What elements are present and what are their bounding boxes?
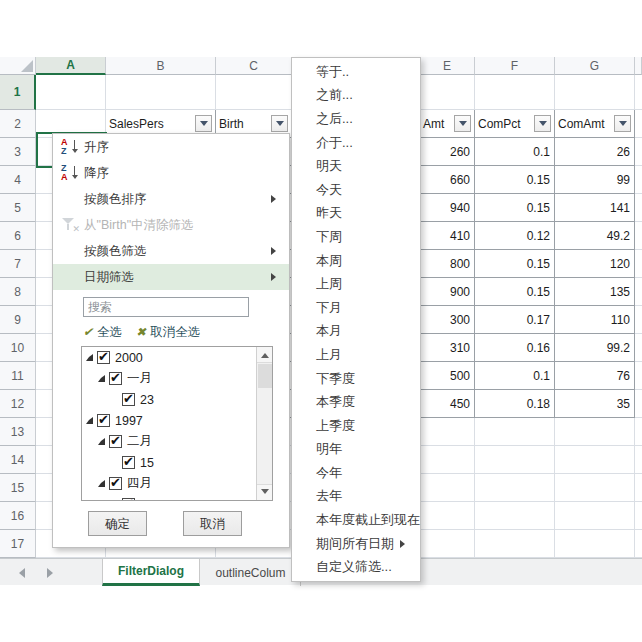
cell-G5[interactable]: 141 <box>555 194 635 222</box>
tree-item-四月[interactable]: 四月 <box>82 473 272 494</box>
cell-sliver[interactable] <box>635 222 642 250</box>
cell-G10[interactable]: 99.2 <box>555 334 635 362</box>
ok-button[interactable]: 确定 <box>88 511 147 536</box>
row-header-3[interactable]: 3 <box>0 138 36 166</box>
row-header-1[interactable]: 1 <box>0 75 36 110</box>
scroll-up-button[interactable] <box>257 347 273 363</box>
cell-G13[interactable] <box>555 418 635 446</box>
tree-scrollbar[interactable] <box>256 347 272 500</box>
column-header-A[interactable]: A <box>36 57 106 75</box>
tree-expand-icon[interactable] <box>86 417 93 424</box>
tree-checkbox[interactable] <box>109 435 122 448</box>
cell-G16[interactable] <box>555 502 635 530</box>
cell-B1[interactable] <box>106 75 216 110</box>
cell-E7[interactable]: 800 <box>420 250 475 278</box>
cell-sliver[interactable] <box>635 418 642 446</box>
tree-checkbox[interactable] <box>97 351 110 364</box>
search-input[interactable] <box>83 297 249 317</box>
scrollbar-thumb[interactable] <box>258 364 272 388</box>
cell-F16[interactable] <box>475 502 555 530</box>
cell-E10[interactable]: 310 <box>420 334 475 362</box>
date-filter-item-11[interactable]: 本月 <box>292 320 420 344</box>
tree-item-23[interactable]: 23 <box>82 389 272 410</box>
cell-E16[interactable] <box>420 502 475 530</box>
cell-F1[interactable] <box>475 75 555 110</box>
tree-item-二月[interactable]: 二月 <box>82 431 272 452</box>
date-filter-item-7[interactable]: 下周 <box>292 225 420 249</box>
column-header-sliver[interactable] <box>635 57 642 75</box>
date-filter-item-12[interactable]: 上月 <box>292 343 420 367</box>
scroll-down-button[interactable] <box>257 484 273 500</box>
cell-sliver[interactable] <box>635 110 642 138</box>
filter-menu-item-0[interactable]: AZ升序 <box>53 134 289 160</box>
cell-sliver[interactable] <box>635 138 642 166</box>
tree-checkbox[interactable] <box>97 414 110 427</box>
cell-F10[interactable]: 0.16 <box>475 334 555 362</box>
cell-E2[interactable]: Amt <box>420 110 475 138</box>
cell-F12[interactable]: 0.18 <box>475 390 555 418</box>
cell-G14[interactable] <box>555 446 635 474</box>
cancel-button[interactable]: 取消 <box>183 511 242 536</box>
date-filter-item-9[interactable]: 上周 <box>292 272 420 296</box>
row-header-5[interactable]: 5 <box>0 194 36 222</box>
row-header-12[interactable]: 12 <box>0 390 36 418</box>
cell-G4[interactable]: 99 <box>555 166 635 194</box>
date-filter-item-18[interactable]: 去年 <box>292 485 420 509</box>
cell-sliver[interactable] <box>635 334 642 362</box>
date-filter-item-21[interactable]: 自定义筛选... <box>292 555 420 579</box>
cell-E13[interactable] <box>420 418 475 446</box>
date-filter-item-16[interactable]: 明年 <box>292 438 420 462</box>
cell-F11[interactable]: 0.1 <box>475 362 555 390</box>
tree-expand-icon[interactable] <box>98 375 105 382</box>
cell-E14[interactable] <box>420 446 475 474</box>
cell-A1[interactable] <box>36 75 106 110</box>
filter-menu-item-2[interactable]: 按颜色排序 <box>53 186 289 212</box>
date-filter-item-15[interactable]: 上季度 <box>292 414 420 438</box>
date-filter-item-19[interactable]: 本年度截止到现在 <box>292 508 420 532</box>
cell-F4[interactable]: 0.15 <box>475 166 555 194</box>
tree-expand-icon[interactable] <box>98 480 105 487</box>
row-header-11[interactable]: 11 <box>0 362 36 390</box>
tree-checkbox[interactable] <box>109 477 122 490</box>
row-header-6[interactable]: 6 <box>0 222 36 250</box>
cell-F7[interactable]: 0.15 <box>475 250 555 278</box>
tree-item-1997[interactable]: 1997 <box>82 410 272 431</box>
filter-dropdown-button-E[interactable] <box>454 115 471 132</box>
filter-menu-item-1[interactable]: ZA降序 <box>53 160 289 186</box>
cell-E11[interactable]: 500 <box>420 362 475 390</box>
date-filter-item-6[interactable]: 昨天 <box>292 202 420 226</box>
cell-E5[interactable]: 940 <box>420 194 475 222</box>
cell-E4[interactable]: 660 <box>420 166 475 194</box>
cell-E8[interactable]: 900 <box>420 278 475 306</box>
cell-E6[interactable]: 410 <box>420 222 475 250</box>
date-filter-item-1[interactable]: 之前... <box>292 84 420 108</box>
cell-F13[interactable] <box>475 418 555 446</box>
cell-sliver[interactable] <box>635 75 642 110</box>
cell-sliver[interactable] <box>635 306 642 334</box>
tree-item-01[interactable]: 01 <box>82 494 272 501</box>
cell-G7[interactable]: 120 <box>555 250 635 278</box>
cell-E12[interactable]: 450 <box>420 390 475 418</box>
cell-sliver[interactable] <box>635 250 642 278</box>
tree-checkbox[interactable] <box>122 456 135 469</box>
cell-F14[interactable] <box>475 446 555 474</box>
cell-F17[interactable] <box>475 530 555 558</box>
cell-G1[interactable] <box>555 75 635 110</box>
row-header-9[interactable]: 9 <box>0 306 36 334</box>
cell-sliver[interactable] <box>635 390 642 418</box>
column-header-E[interactable]: E <box>420 57 475 75</box>
filter-dropdown-button-C[interactable] <box>271 115 288 132</box>
column-header-B[interactable]: B <box>106 57 216 75</box>
cell-G6[interactable]: 49.2 <box>555 222 635 250</box>
cell-E3[interactable]: 260 <box>420 138 475 166</box>
cell-G9[interactable]: 110 <box>555 306 635 334</box>
cell-G11[interactable]: 76 <box>555 362 635 390</box>
cell-G2[interactable]: ComAmt <box>555 110 635 138</box>
row-header-14[interactable]: 14 <box>0 446 36 474</box>
tree-expand-icon[interactable] <box>98 438 105 445</box>
cell-E15[interactable] <box>420 474 475 502</box>
date-filter-item-8[interactable]: 本周 <box>292 249 420 273</box>
cell-sliver[interactable] <box>635 446 642 474</box>
cell-sliver[interactable] <box>635 194 642 222</box>
cell-G8[interactable]: 135 <box>555 278 635 306</box>
